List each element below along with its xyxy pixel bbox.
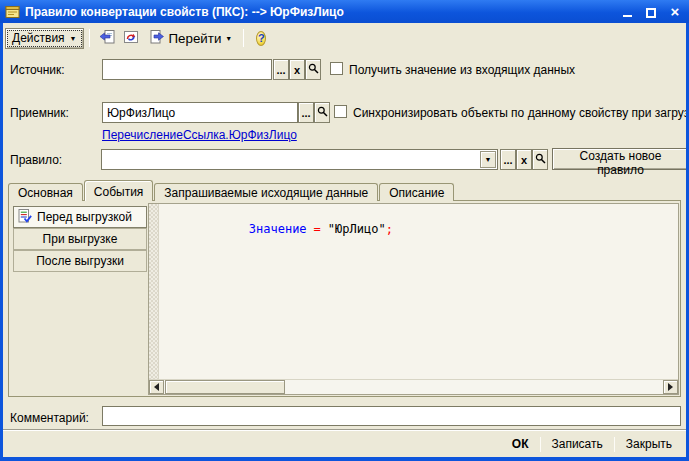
event-item-label: При выгрузке [43, 232, 118, 246]
actions-button[interactable]: Действия ▼ [5, 28, 84, 49]
rule-label: Правило: [10, 153, 62, 167]
scrollbar-thumb[interactable] [165, 380, 285, 394]
titlebar[interactable]: Правило конвертации свойств (ПКС): --> Ю… [0, 0, 689, 23]
tab-label: События [94, 185, 144, 199]
event-item-pered-vygruzkoy[interactable]: Перед выгрузкой [13, 206, 147, 228]
tab-bar: Основная События Запрашиваемые исходящие… [8, 180, 455, 201]
handler-doc-icon [18, 209, 32, 226]
goto-button-label: Перейти [169, 31, 222, 46]
comment-input[interactable] [102, 406, 681, 426]
footer-divider [3, 429, 686, 431]
events-panel: Перед выгрузкой При выгрузке После выгру… [8, 200, 681, 397]
source-clear-button[interactable]: x [289, 59, 305, 80]
tab-zaprashivaemye-dannye[interactable]: Запрашиваемые исходящие данные [154, 183, 378, 201]
window-controls: × [619, 4, 683, 20]
source-ellipsis-button[interactable]: ... [273, 59, 289, 80]
minimize-button[interactable] [619, 4, 635, 20]
source-label: Источник: [10, 63, 65, 77]
window-refresh-icon [123, 29, 139, 48]
source-lookup-button[interactable] [305, 59, 321, 80]
actions-button-label: Действия [12, 31, 65, 45]
chevron-down-icon: ▼ [225, 35, 232, 42]
window-icon [5, 4, 21, 20]
horizontal-scrollbar[interactable] [149, 379, 678, 394]
rule-input[interactable] [102, 150, 480, 169]
footer-button-bar: ОК Записать Закрыть [501, 433, 683, 455]
maximize-button[interactable] [643, 4, 659, 20]
window-title: Правило конвертации свойств (ПКС): --> Ю… [25, 5, 619, 19]
toolbar: Действия ▼ [3, 24, 686, 52]
receiver-checkbox-label: Синхронизировать объекты по данному свой… [353, 106, 689, 120]
doc-arrow-right-icon [149, 29, 165, 48]
magnifier-icon [308, 63, 319, 76]
rule-ellipsis-button[interactable]: ... [500, 149, 516, 170]
goto-button[interactable]: Перейти ▼ [143, 27, 239, 49]
scroll-right-icon[interactable] [663, 380, 678, 394]
receiver-type-link[interactable]: ПеречислениеСсылка.ЮрФизЛицо [102, 128, 297, 142]
help-button[interactable]: ? [249, 27, 273, 49]
window-frame-bottom [0, 457, 689, 461]
comment-label: Комментарий: [10, 411, 89, 425]
reread-button[interactable] [95, 27, 119, 49]
rule-clear-button[interactable]: x [516, 149, 532, 170]
code-line: Значение="ЮрЛицо"; [191, 208, 393, 250]
properties-button[interactable] [119, 27, 143, 49]
code-editor[interactable]: Значение="ЮрЛицо"; [148, 203, 679, 395]
toolbar-separator [243, 29, 244, 47]
help-icon: ? [256, 31, 266, 46]
magnifier-icon [535, 153, 546, 166]
code-token-identifier: Значение [249, 222, 307, 236]
code-token-string: "ЮрЛицо" [328, 222, 386, 236]
pks-dialog-window: Правило конвертации свойств (ПКС): --> Ю… [0, 0, 689, 461]
create-new-rule-button[interactable]: Создать новое правило [552, 148, 689, 170]
ok-button[interactable]: ОК [501, 435, 540, 453]
code-token-operator: = [314, 222, 321, 236]
source-get-from-incoming-checkbox[interactable] [330, 62, 343, 75]
tab-label: Запрашиваемые исходящие данные [164, 186, 368, 200]
event-item-posle-vygruzki[interactable]: После выгрузки [13, 250, 147, 272]
receiver-ellipsis-button[interactable]: ... [298, 102, 314, 123]
breakpoint-margin [149, 204, 159, 379]
magnifier-icon [317, 106, 328, 119]
window-frame-left [0, 0, 3, 461]
rule-lookup-button[interactable] [532, 149, 548, 170]
rule-combobox[interactable]: ▼ [101, 149, 498, 170]
code-token-semicolon: ; [386, 222, 393, 236]
tab-label: Основная [18, 186, 73, 200]
tab-opisanie[interactable]: Описание [379, 183, 454, 201]
receiver-label: Приемник: [10, 106, 69, 120]
save-button[interactable]: Записать [541, 435, 614, 453]
close-icon[interactable]: × [667, 4, 683, 20]
toolbar-separator [89, 29, 90, 47]
source-input[interactable] [102, 59, 272, 80]
tab-label: Описание [389, 186, 444, 200]
doc-arrow-left-icon [99, 29, 115, 48]
tab-sobytiya[interactable]: События [84, 180, 154, 201]
chevron-down-icon: ▼ [70, 35, 77, 42]
tab-osnovnaya[interactable]: Основная [8, 183, 83, 201]
event-item-pri-vygruzke[interactable]: При выгрузке [13, 228, 147, 250]
scroll-left-icon[interactable] [149, 380, 164, 394]
source-checkbox-label: Получить значение из входящих данных [349, 63, 575, 77]
receiver-sync-checkbox[interactable] [334, 105, 347, 118]
event-item-label: Перед выгрузкой [37, 210, 132, 224]
rule-dropdown-icon[interactable]: ▼ [480, 151, 496, 168]
event-item-label: После выгрузки [36, 254, 124, 268]
receiver-lookup-button[interactable] [314, 102, 330, 123]
receiver-input[interactable] [102, 102, 298, 123]
close-button[interactable]: Закрыть [615, 435, 683, 453]
